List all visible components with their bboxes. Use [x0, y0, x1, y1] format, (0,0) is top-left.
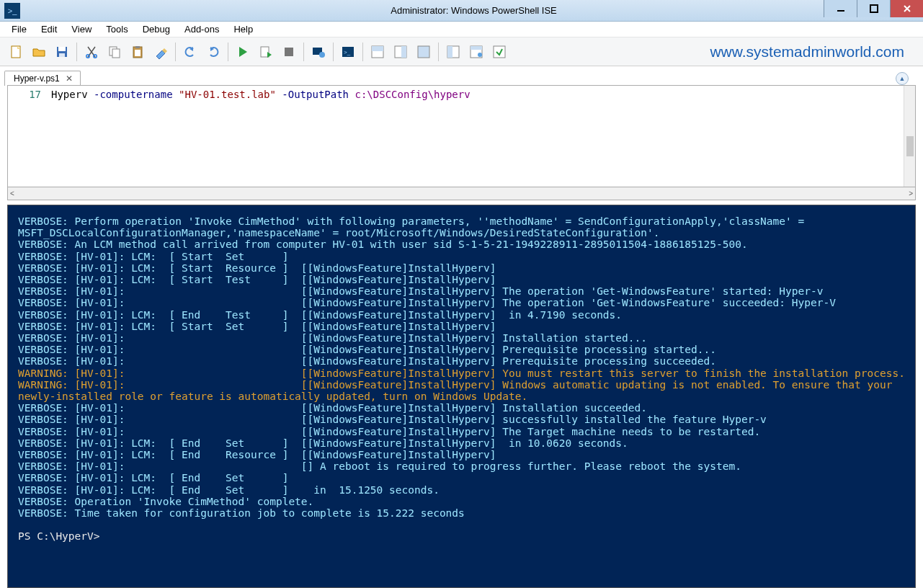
- console-line: VERBOSE: [HV-01]: LCM: [ End Set ] in 15…: [18, 484, 440, 496]
- svg-rect-12: [135, 50, 141, 56]
- save-button[interactable]: [50, 40, 73, 63]
- tab-label: Hyper-v.ps1: [14, 74, 60, 84]
- run-selection-button[interactable]: [254, 40, 277, 63]
- svg-rect-0: [837, 10, 844, 12]
- scroll-right-icon[interactable]: >: [909, 190, 913, 197]
- code-line: Hyperv -computername "HV-01.test.lab" -O…: [51, 86, 471, 187]
- svg-rect-4: [58, 47, 66, 51]
- svg-text:>_: >_: [344, 49, 351, 55]
- console-line: VERBOSE: [HV-01]: LCM: [ Start Resource …: [18, 262, 496, 274]
- svg-rect-14: [285, 48, 293, 56]
- console-line: VERBOSE: [HV-01]: [[WindowsFeature]Insta…: [18, 285, 823, 297]
- svg-rect-1: [870, 5, 878, 12]
- console-line: VERBOSE: [HV-01]: [[WindowsFeature]Insta…: [18, 355, 716, 367]
- svg-rect-29: [494, 46, 505, 58]
- menu-file[interactable]: File: [4, 22, 34, 36]
- stop-button[interactable]: [277, 40, 300, 63]
- script-tab[interactable]: Hyper-v.ps1 ✕: [4, 71, 81, 86]
- console-line: VERBOSE: [HV-01]: [[WindowsFeature]Insta…: [18, 297, 836, 308]
- menu-bar: File Edit View Tools Debug Add-ons Help: [0, 22, 923, 37]
- console-line: VERBOSE: [HV-01]: LCM: [ End Set ] [[Win…: [18, 437, 628, 449]
- remote-button[interactable]: [307, 40, 330, 63]
- console-line: VERBOSE: [HV-01]: LCM: [ Start Set ]: [18, 251, 288, 262]
- app-icon: >_: [4, 3, 20, 19]
- show-command-button[interactable]: [465, 40, 488, 63]
- expand-script-pane-icon[interactable]: ▲: [896, 72, 909, 85]
- line-number-gutter: 17: [8, 86, 51, 187]
- tab-close-icon[interactable]: ✕: [66, 74, 73, 84]
- intellisense-button[interactable]: [488, 40, 511, 63]
- clear-button[interactable]: [149, 40, 172, 63]
- close-button[interactable]: [890, 0, 923, 17]
- svg-point-28: [478, 53, 482, 57]
- toolbar: >_ www.systemadminworld.com: [0, 37, 923, 66]
- window-title: Administrator: Windows PowerShell ISE: [24, 5, 923, 16]
- show-script-pane-right-button[interactable]: [389, 40, 412, 63]
- svg-rect-9: [112, 49, 120, 58]
- console-line: VERBOSE: [HV-01]: LCM: [ End Resource ] …: [18, 449, 496, 460]
- menu-help[interactable]: Help: [226, 22, 260, 36]
- svg-rect-11: [135, 46, 140, 48]
- console-line: VERBOSE: [HV-01]: [] A reboot is require…: [18, 460, 741, 472]
- menu-tools[interactable]: Tools: [99, 22, 135, 36]
- console-line: WARNING: [HV-01]: [[WindowsFeature]Insta…: [18, 368, 905, 379]
- svg-rect-22: [401, 46, 406, 58]
- console-line: VERBOSE: [HV-01]: [[WindowsFeature]Insta…: [18, 402, 647, 414]
- console-line: VERBOSE: An LCM method call arrived from…: [18, 239, 748, 250]
- show-script-pane-top-button[interactable]: [366, 40, 389, 63]
- minimize-button[interactable]: [824, 0, 857, 17]
- window-buttons: [824, 0, 923, 17]
- menu-debug[interactable]: Debug: [135, 22, 177, 36]
- svg-rect-25: [447, 46, 452, 58]
- paste-button[interactable]: [126, 40, 149, 63]
- console-line: VERBOSE: [HV-01]: LCM: [ End Set ]: [18, 472, 288, 484]
- svg-rect-5: [59, 53, 65, 57]
- console-line: VERBOSE: Operation 'Invoke CimMethod' co…: [18, 496, 313, 507]
- editor-tab-strip: Hyper-v.ps1 ✕ ▲: [0, 66, 923, 85]
- console-line: VERBOSE: [HV-01]: [[WindowsFeature]Insta…: [18, 426, 760, 437]
- console-line: WARNING: [HV-01]: [[WindowsFeature]Insta…: [18, 379, 899, 402]
- minimap[interactable]: [904, 86, 915, 187]
- show-command-addon-button[interactable]: [442, 40, 465, 63]
- console-line: VERBOSE: [HV-01]: LCM: [ End Test ] [[Wi…: [18, 309, 622, 321]
- maximize-button[interactable]: [857, 0, 890, 17]
- console-line: VERBOSE: Time taken for configuration jo…: [18, 507, 465, 519]
- powershell-tab-button[interactable]: >_: [336, 40, 360, 63]
- console-line: VERBOSE: [HV-01]: [[WindowsFeature]Insta…: [18, 344, 716, 355]
- console-line: VERBOSE: [HV-01]: LCM: [ Start Test ] [[…: [18, 274, 496, 285]
- menu-addons[interactable]: Add-ons: [177, 22, 226, 36]
- console-prompt[interactable]: PS C:\HyperV>: [18, 530, 106, 542]
- console-pane[interactable]: VERBOSE: Perform operation 'Invoke CimMe…: [7, 205, 916, 588]
- svg-rect-20: [372, 46, 383, 51]
- console-line: VERBOSE: Perform operation 'Invoke CimMe…: [18, 215, 811, 239]
- cut-button[interactable]: [80, 40, 103, 63]
- console-line: VERBOSE: [HV-01]: [[WindowsFeature]Insta…: [18, 414, 767, 425]
- open-button[interactable]: [27, 40, 50, 63]
- svg-rect-27: [471, 46, 482, 50]
- console-line: VERBOSE: [HV-01]: LCM: [ Start Set ] [[W…: [18, 321, 496, 332]
- menu-edit[interactable]: Edit: [34, 22, 64, 36]
- title-bar: >_ Administrator: Windows PowerShell ISE: [0, 0, 923, 22]
- svg-rect-23: [418, 46, 429, 58]
- console-line: VERBOSE: [HV-01]: [[WindowsFeature]Insta…: [18, 332, 647, 344]
- copy-button[interactable]: [103, 40, 126, 63]
- brand-url: www.systemadminworld.com: [710, 43, 904, 61]
- run-button[interactable]: [231, 40, 254, 63]
- menu-view[interactable]: View: [64, 22, 99, 36]
- svg-point-16: [319, 52, 325, 58]
- scroll-left-icon[interactable]: <: [10, 190, 14, 197]
- script-editor[interactable]: 17 Hyperv -computername "HV-01.test.lab"…: [7, 85, 916, 187]
- redo-button[interactable]: [202, 40, 225, 63]
- new-button[interactable]: [4, 40, 27, 63]
- horizontal-scrollbar[interactable]: <>: [7, 187, 916, 200]
- show-script-pane-max-button[interactable]: [412, 40, 435, 63]
- undo-button[interactable]: [179, 40, 202, 63]
